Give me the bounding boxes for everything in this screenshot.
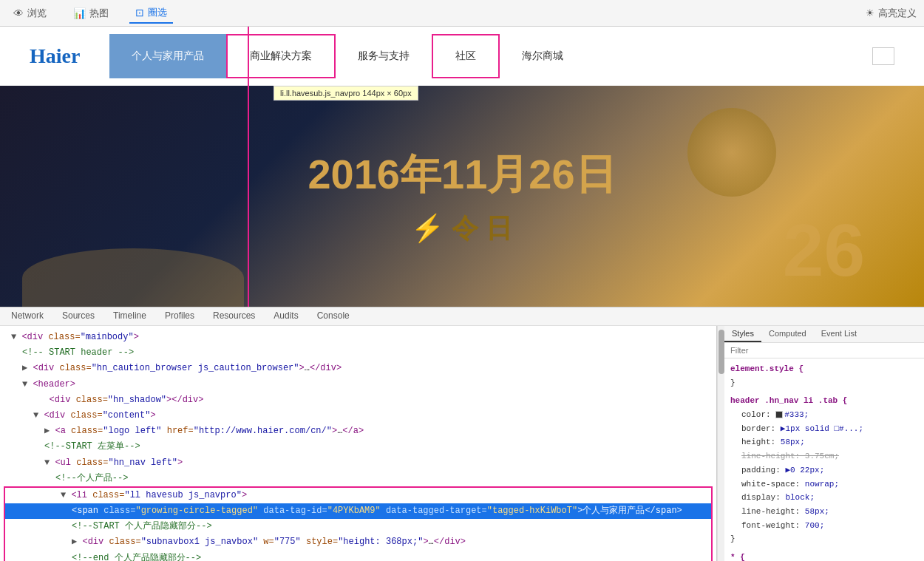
dom-line[interactable]: ▶ <div class="subnavbox1 js_navbox" w="7… (5, 534, 711, 550)
css-rule-star: * { margin: ▶0 0; padding: ▶0 0; font-fa… (730, 551, 918, 561)
filter-bar (724, 343, 924, 358)
haier-logo: Haier (30, 44, 80, 68)
highlight-label: 高亮定义 (878, 7, 917, 20)
preview-area: Haier 个人与家用产品 商业解决方案 服务与支持 社区 海尔商城 li.ll… (0, 27, 924, 307)
color-swatch (775, 411, 783, 418)
dom-tree-scrollbar[interactable] (717, 326, 724, 561)
css-selector: * { (730, 553, 745, 561)
dom-line[interactable]: <!--START 个人产品隐藏部分--> (5, 519, 711, 534)
dom-line[interactable]: ▼ <ul class="hn_nav left"> (0, 455, 716, 471)
banner-wave (22, 248, 244, 307)
dom-line[interactable]: ▼ <div class="mainbody"> (0, 330, 716, 345)
dom-line[interactable]: ▼ <header> (0, 377, 716, 392)
highlight-icon: ☀ (866, 7, 874, 18)
haier-nav: Haier 个人与家用产品 商业解决方案 服务与支持 社区 海尔商城 (0, 27, 924, 86)
dom-line[interactable]: <!-- START header --> (0, 345, 716, 361)
heatmap-tab[interactable]: 📊 热图 (67, 4, 115, 23)
css-rule-element: element.style { } (730, 362, 918, 390)
browse-label: 浏览 (27, 7, 47, 20)
tab-network[interactable]: Network (4, 307, 51, 325)
heatmap-label: 热图 (89, 7, 109, 20)
select-icon: ⊡ (135, 7, 144, 18)
banner-text: 2016年11月26日 (308, 147, 616, 203)
nav-tooltip: li.ll.havesub.js_navpro 144px × 60px (274, 86, 418, 101)
css-selector: header .hn_nav li .tab { (730, 396, 847, 405)
menu-item-service[interactable]: 服务与支持 (336, 34, 432, 78)
css-prop: line-height: 3.75em; (730, 449, 918, 463)
css-prop: border: ▶1px solid □#...; (730, 422, 918, 436)
css-prop: color: #333; (730, 408, 918, 422)
tab-sources[interactable]: Sources (55, 307, 102, 325)
menu-item-community[interactable]: 社区 (432, 34, 500, 78)
dom-line[interactable]: <!--end 个人产品隐藏部分--> (5, 551, 711, 561)
left-pink-line (248, 27, 249, 307)
dom-line[interactable]: ▶ <a class="logo left" href="http://www.… (0, 424, 716, 439)
devtools-tabs: Network Sources Timeline Profiles Resour… (0, 307, 924, 326)
tab-audits[interactable]: Audits (266, 307, 305, 325)
banner-number: 26 (783, 208, 865, 293)
toolbar-right: ☀ 高亮定义 (866, 7, 917, 20)
dom-line[interactable]: ▼ <li class="ll havesub js_navpro"> (5, 488, 711, 503)
dom-line[interactable]: <div class="hn_shadow"></div> (0, 392, 716, 408)
tab-console[interactable]: Console (310, 307, 357, 325)
dom-selected-container: ▼ <li class="ll havesub js_navpro"> <spa… (4, 486, 713, 561)
tab-styles[interactable]: Styles (724, 326, 761, 342)
menu-item-business[interactable]: 商业解决方案 (226, 34, 336, 78)
styles-panel: element.style { } header .hn_nav li .tab… (724, 358, 924, 561)
menu-item-personal[interactable]: 个人与家用产品 (109, 34, 226, 78)
devtools-left: ▼ <div class="mainbody"> <!-- START head… (0, 326, 717, 561)
tab-computed[interactable]: Computed (761, 326, 814, 342)
filter-input[interactable] (730, 346, 918, 355)
devtools-right: Styles Computed Event List element.style… (724, 326, 924, 561)
css-rule-header: header .hn_nav li .tab { color: #333; bo… (730, 394, 918, 546)
css-prop: height: 58px; (730, 435, 918, 449)
dom-line[interactable]: ▼ <div class="content"> (0, 408, 716, 424)
devtools-panel: Network Sources Timeline Profiles Resour… (0, 307, 924, 560)
scrollbar-thumb[interactable] (719, 330, 724, 374)
tab-timeline[interactable]: Timeline (106, 307, 154, 325)
dom-line[interactable]: <!--个人产品--> (0, 471, 716, 486)
dom-line[interactable]: ▶ <div class="hn_caution_browser js_caut… (0, 361, 716, 376)
haier-search[interactable] (872, 47, 894, 65)
tab-resources[interactable]: Resources (205, 307, 262, 325)
banner-subtitle: ⚡ 令 日 (308, 211, 616, 247)
dom-line-highlighted[interactable]: <span class="growing-circle-tagged" data… (5, 503, 711, 519)
haier-banner: 2016年11月26日 ⚡ 令 日 26 (0, 86, 924, 307)
tab-profiles[interactable]: Profiles (157, 307, 202, 325)
css-prop: font-weight: 700; (730, 519, 918, 533)
dom-tree[interactable]: ▼ <div class="mainbody"> <!-- START head… (0, 326, 716, 561)
css-prop: line-height: 58px; (730, 505, 918, 519)
select-label: 圈选 (148, 6, 167, 19)
css-prop: display: block; (730, 491, 918, 505)
haier-menu: 个人与家用产品 商业解决方案 服务与支持 社区 海尔商城 (109, 34, 585, 78)
dom-line[interactable]: <!--START 左菜单--> (0, 439, 716, 455)
devtools-right-tabs: Styles Computed Event List (724, 326, 924, 343)
menu-item-store[interactable]: 海尔商城 (500, 34, 585, 78)
css-selector: element.style { (730, 364, 804, 373)
heatmap-icon: 📊 (73, 7, 86, 19)
css-prop: padding: ▶0 22px; (730, 463, 918, 477)
tab-event-list[interactable]: Event List (814, 326, 864, 342)
devtools-main: ▼ <div class="mainbody"> <!-- START head… (0, 326, 924, 561)
select-tab[interactable]: ⊡ 圈选 (129, 3, 173, 24)
top-toolbar: 👁 浏览 📊 热图 ⊡ 圈选 ☀ 高亮定义 (0, 0, 924, 27)
css-prop: white-space: nowrap; (730, 477, 918, 492)
browse-tab[interactable]: 👁 浏览 (7, 4, 52, 23)
banner-circle (687, 108, 776, 197)
browse-icon: 👁 (13, 7, 24, 19)
